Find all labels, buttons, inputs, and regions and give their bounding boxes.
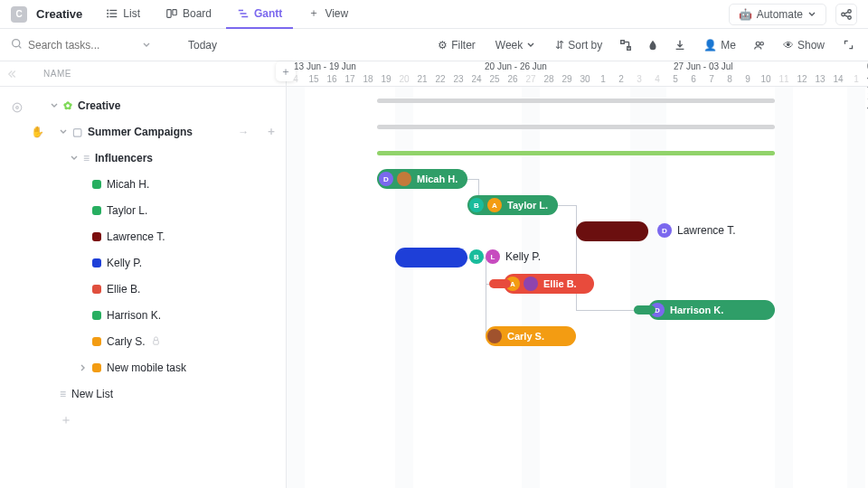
timescale-label: Week	[495, 39, 523, 52]
day-cell: 4	[648, 74, 666, 87]
dependency-line	[558, 205, 576, 206]
avatar	[487, 329, 502, 343]
svg-point-24	[13, 103, 22, 112]
gantt-bar[interactable]: BATaylor L.	[467, 195, 558, 215]
plus-icon: ＋	[307, 7, 320, 20]
day-cell: 11	[775, 74, 793, 87]
search-input[interactable]	[28, 39, 137, 52]
weekend-stripe	[648, 87, 666, 488]
day-cell: 25	[486, 74, 504, 87]
space-badge[interactable]: C	[11, 6, 27, 23]
svg-rect-18	[621, 40, 625, 43]
day-cell: 29	[558, 74, 576, 87]
svg-rect-6	[167, 9, 171, 17]
tree-space[interactable]: ✿Creative	[0, 92, 286, 118]
day-cell: 14	[829, 74, 847, 87]
gantt-bar[interactable]: Carly S.	[486, 326, 576, 346]
tab-gantt[interactable]: Gantt	[226, 0, 293, 29]
tree-task[interactable]: Taylor L.	[0, 197, 286, 223]
tree-task[interactable]: Micah H.	[0, 171, 286, 197]
expand-icon[interactable]	[839, 36, 857, 54]
chevron-down-icon[interactable]	[142, 41, 151, 50]
day-cell: 8	[721, 74, 739, 87]
avatar: B	[469, 198, 484, 212]
svg-point-4	[108, 13, 108, 14]
new-list-button[interactable]: ≡New List	[0, 380, 286, 407]
home-icon[interactable]	[11, 101, 24, 117]
tree-folder[interactable]: ✋▢Summer Campaigns→ ＋	[0, 118, 286, 145]
tab-add-view[interactable]: ＋ View	[297, 0, 359, 29]
svg-line-17	[19, 45, 21, 47]
day-cell: 1	[594, 74, 612, 87]
tree-list[interactable]: ≡Influencers	[0, 145, 286, 171]
day-cell: 9	[739, 74, 757, 87]
gantt-bar[interactable]	[576, 221, 648, 241]
list-icon: ≡	[60, 388, 66, 400]
plus-icon[interactable]: ＋	[266, 124, 277, 139]
weekend-stripe	[630, 87, 648, 488]
share-button[interactable]	[835, 4, 857, 25]
tree-task[interactable]: Lawrence T.	[0, 223, 286, 249]
space-name: Creative	[36, 7, 82, 21]
add-item-button[interactable]: ＋	[0, 407, 286, 433]
path-icon[interactable]	[617, 36, 635, 54]
gantt-bar[interactable]	[395, 248, 467, 267]
gantt-bar[interactable]: DHarrison K.	[648, 300, 775, 320]
svg-rect-7	[173, 9, 176, 14]
tree-task[interactable]: Kelly P.	[0, 249, 286, 276]
collapse-sidebar-icon[interactable]	[7, 68, 43, 80]
svg-point-11	[842, 13, 845, 16]
people-icon[interactable]	[750, 36, 769, 54]
gantt-bar[interactable]: AEllie B.	[504, 274, 594, 294]
timescale-dropdown[interactable]: Week	[490, 35, 541, 55]
tree-task[interactable]: Ellie B.	[0, 276, 286, 302]
avatar	[397, 172, 411, 186]
status-square	[92, 180, 101, 189]
gantt-bar[interactable]: DMicah H.	[377, 169, 467, 189]
avatar: D	[379, 172, 393, 186]
tab-gantt-label: Gantt	[254, 7, 282, 20]
droplet-icon[interactable]	[644, 36, 662, 54]
bar-label: Taylor L.	[507, 200, 548, 211]
sortby-button[interactable]: ⇵Sort by	[550, 35, 608, 55]
status-square	[92, 285, 101, 294]
day-cell: 20	[395, 74, 413, 87]
today-button[interactable]: Today	[183, 35, 222, 55]
tree-task[interactable]: Carly S.	[0, 328, 286, 354]
avatar: D	[657, 223, 672, 238]
day-cell: 18	[359, 74, 377, 87]
day-cell: 26	[504, 74, 522, 87]
day-cell: 19	[377, 74, 395, 87]
list-icon: ≡	[83, 152, 90, 164]
svg-point-13	[848, 15, 852, 19]
board-icon	[165, 7, 178, 20]
weekend-stripe	[395, 87, 413, 488]
filter-button[interactable]: ⚙Filter	[432, 35, 481, 55]
group-bar[interactable]	[377, 151, 775, 155]
tree-task[interactable]: Harrison K.	[0, 302, 286, 328]
me-filter-button[interactable]: 👤Me	[698, 35, 741, 55]
tab-list[interactable]: List	[95, 0, 151, 29]
svg-line-14	[844, 12, 848, 14]
automate-button[interactable]: 🤖 Automate	[729, 4, 826, 25]
day-cell: 23	[449, 74, 467, 87]
day-cell: 28	[540, 74, 558, 87]
eye-icon: 👁	[783, 39, 794, 52]
tab-board[interactable]: Board	[155, 0, 222, 29]
status-square	[92, 258, 101, 267]
svg-point-12	[848, 9, 852, 13]
status-square	[92, 206, 101, 215]
status-square	[92, 232, 101, 241]
arrow-right-icon[interactable]: →	[238, 126, 249, 138]
group-bar[interactable]	[377, 99, 775, 103]
download-icon[interactable]	[671, 36, 689, 54]
tree-task[interactable]: New mobile task	[0, 354, 286, 380]
show-button[interactable]: 👁Show	[778, 35, 830, 55]
robot-icon: 🤖	[739, 8, 752, 21]
group-bar[interactable]	[377, 125, 775, 129]
tab-board-label: Board	[183, 7, 212, 20]
search-field[interactable]	[11, 38, 174, 52]
day-cell: 10	[757, 74, 775, 87]
svg-point-25	[16, 107, 19, 109]
avatar: B	[469, 249, 484, 264]
